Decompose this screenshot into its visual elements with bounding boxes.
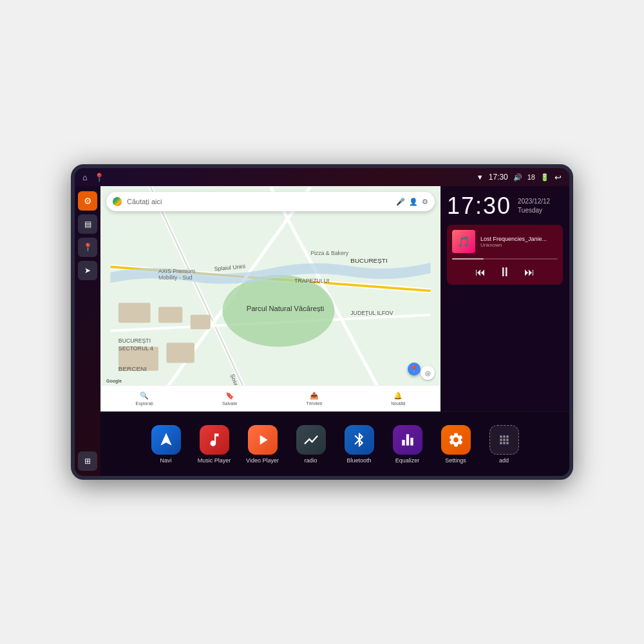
map-search-text: Căutați aici (127, 198, 391, 205)
svg-text:Pizza & Bakery: Pizza & Bakery (310, 250, 349, 256)
map-bottom-nav: 🔍 Explorați 🔖 Salvate 📤 Trimiteți (101, 385, 440, 411)
music-widget: 🎵 Lost Frequencies_Janie... Unknown (447, 225, 563, 285)
settings-app-icon (441, 425, 471, 455)
map-saved-btn[interactable]: 🔖 Salvate (222, 392, 237, 406)
app-video-player[interactable]: Video Player (240, 425, 285, 464)
music-text: Lost Frequencies_Janie... Unknown (480, 236, 558, 248)
app-radio[interactable]: radio (289, 425, 334, 464)
app-bluetooth[interactable]: Bluetooth (337, 425, 382, 464)
music-controls: ⏮ ⏸ ⏭ (452, 265, 558, 279)
map-search-bar[interactable]: Căutați aici 🎤 👤 ⚙ (106, 192, 435, 211)
location-icon: 📍 (83, 243, 93, 252)
settings-label: Settings (445, 457, 466, 464)
music-player-icon (200, 425, 229, 455)
bluetooth-label: Bluetooth (346, 457, 371, 464)
screen: ⌂ 📍 ▼ 17:30 🔊 18 🔋 ↩ ⚙ ▤ (75, 168, 569, 476)
compass-btn[interactable]: ◎ (421, 366, 435, 380)
svg-text:AXIS Premium: AXIS Premium (158, 268, 195, 274)
prev-button[interactable]: ⏮ (475, 267, 486, 278)
svg-rect-10 (158, 307, 182, 323)
app-settings[interactable]: Settings (433, 425, 478, 464)
pause-button[interactable]: ⏸ (498, 265, 511, 279)
app-drawer: Navi Music Player (100, 412, 569, 476)
back-icon[interactable]: ↩ (554, 173, 562, 182)
signal-strength: 18 (527, 173, 535, 181)
svg-text:Mobility - Sud: Mobility - Sud (158, 274, 193, 281)
add-label: add (499, 457, 509, 464)
sidebar: ⚙ ▤ 📍 ➤ ⊞ (75, 186, 100, 476)
bluetooth-icon (345, 425, 374, 455)
settings-icon: ⚙ (84, 196, 92, 206)
svg-text:BUCUREȘTI: BUCUREȘTI (350, 257, 387, 264)
app-music-player[interactable]: Music Player (192, 425, 237, 464)
radio-icon (296, 425, 326, 455)
map-explore-btn[interactable]: 🔍 Explorați (136, 392, 153, 406)
sidebar-apps-btn[interactable]: ⊞ (78, 451, 97, 471)
right-panel: 17:30 2023/12/12 Tuesday 🎵 Lost (440, 186, 569, 412)
wifi-icon: ▼ (477, 173, 484, 181)
svg-text:TRAPEZULUI: TRAPEZULUI (294, 278, 329, 284)
map-news-btn[interactable]: 🔔 Noutăți (391, 392, 405, 406)
svg-text:BERCENI: BERCENI (118, 365, 147, 372)
video-player-icon (248, 425, 278, 455)
music-progress-fill (452, 258, 484, 260)
music-artist: Unknown (480, 242, 558, 248)
news-icon: 🔔 (393, 392, 402, 400)
sidebar-nav-btn[interactable]: ➤ (78, 261, 97, 280)
nav-icon: ➤ (84, 266, 91, 275)
map-search-actions: 🎤 👤 ⚙ (396, 198, 428, 206)
clock-date: 2023/12/12 Tuesday (518, 197, 550, 215)
svg-text:BUCUREȘTI: BUCUREȘTI (118, 337, 151, 344)
top-panels: Parcul Natural Văcărești BUCUREȘTI JUDEȚ… (100, 186, 569, 412)
volume-icon: 🔊 (513, 173, 522, 182)
svg-rect-13 (166, 343, 194, 363)
video-player-label: Video Player (246, 457, 279, 464)
sidebar-settings-btn[interactable]: ⚙ (78, 191, 97, 211)
map-icon[interactable]: 📍 (94, 173, 104, 182)
current-location-pin[interactable]: 📍 (408, 363, 421, 375)
app-add[interactable]: add (482, 425, 527, 464)
svg-rect-11 (191, 315, 211, 329)
status-left-icons: ⌂ 📍 (82, 173, 104, 182)
explore-icon: 🔍 (140, 392, 149, 400)
music-info: 🎵 Lost Frequencies_Janie... Unknown (452, 230, 558, 253)
share-icon: 📤 (310, 392, 319, 400)
main-content: ⚙ ▤ 📍 ➤ ⊞ (75, 186, 569, 476)
map-panel[interactable]: Parcul Natural Văcărești BUCUREȘTI JUDEȚ… (100, 186, 440, 412)
center-area: Parcul Natural Văcărești BUCUREȘTI JUDEȚ… (100, 186, 569, 476)
share-label: Trimiteți (306, 401, 322, 406)
music-title: Lost Frequencies_Janie... (480, 236, 558, 242)
battery-icon: 🔋 (540, 173, 549, 182)
sidebar-location-btn[interactable]: 📍 (78, 238, 97, 257)
svg-rect-9 (118, 303, 151, 323)
app-equalizer[interactable]: Equalizer (385, 425, 430, 464)
svg-text:Parcul Natural Văcărești: Parcul Natural Văcărești (247, 305, 324, 312)
svg-text:JUDEȚUL ILFOV: JUDEȚUL ILFOV (350, 310, 393, 316)
home-icon[interactable]: ⌂ (82, 173, 88, 182)
navi-label: Navi (160, 457, 171, 464)
mic-icon[interactable]: 🎤 (396, 198, 405, 206)
date-value: 2023/12/12 (518, 197, 550, 206)
day-value: Tuesday (518, 206, 550, 215)
svg-text:SECTORUL 4: SECTORUL 4 (118, 345, 153, 352)
status-right-icons: ▼ 17:30 🔊 18 🔋 ↩ (477, 173, 562, 182)
next-button[interactable]: ⏭ (524, 267, 535, 278)
files-icon: ▤ (84, 220, 91, 229)
saved-icon: 🔖 (225, 392, 234, 400)
apps-grid-icon: ⊞ (84, 457, 91, 466)
status-bar: ⌂ 📍 ▼ 17:30 🔊 18 🔋 ↩ (75, 168, 569, 186)
google-maps-icon (113, 197, 122, 206)
music-progress-bar[interactable] (452, 258, 558, 260)
app-navi[interactable]: Navi (144, 425, 189, 464)
explore-label: Explorați (136, 401, 153, 406)
add-icon (489, 425, 519, 455)
saved-label: Salvate (222, 401, 237, 406)
news-label: Noutăți (391, 401, 405, 406)
map-share-btn[interactable]: 📤 Trimiteți (306, 392, 322, 406)
sidebar-files-btn[interactable]: ▤ (78, 214, 97, 234)
google-logo: Google (106, 379, 122, 383)
account-icon[interactable]: 👤 (409, 198, 418, 206)
settings-small-icon[interactable]: ⚙ (422, 198, 428, 206)
equalizer-icon (393, 425, 422, 455)
device: ⌂ 📍 ▼ 17:30 🔊 18 🔋 ↩ ⚙ ▤ (71, 164, 573, 480)
